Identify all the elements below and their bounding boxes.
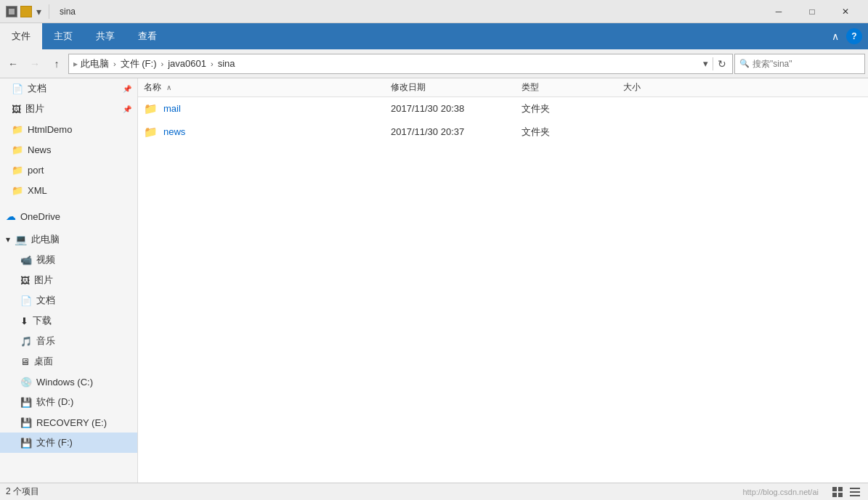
address-sep — [713, 57, 713, 70]
pin-icon-documents: 📌 — [123, 85, 131, 93]
sidebar-item-xml[interactable]: 📁 XML — [0, 180, 137, 200]
svg-rect-0 — [832, 487, 837, 491]
svg-rect-1 — [838, 487, 843, 491]
search-icon: 🔍 — [739, 59, 750, 68]
sidebar-item-news[interactable]: 📁 News — [0, 139, 137, 160]
list-view-icon — [850, 487, 860, 497]
ribbon: 文件 主页 共享 查看 ∧ ? — [0, 23, 868, 49]
sidebar-label-xml: XML — [28, 185, 47, 196]
sidebar-label-downloads: 下载 — [33, 314, 52, 327]
column-headers: 名称 ∧ 修改日期 类型 大小 — [138, 78, 868, 97]
file-row-mail[interactable]: 📁 mail 2017/11/30 20:38 文件夹 — [138, 97, 868, 120]
svg-rect-6 — [850, 495, 860, 496]
folder-icon-videos: 📹 — [20, 255, 32, 266]
folder-icon-news-file: 📁 — [144, 126, 158, 139]
ribbon-tab-home[interactable]: 主页 — [42, 23, 84, 49]
address-dropdown-btn[interactable]: ▾ — [702, 58, 710, 69]
folder-icon-downloads: ⬇ — [20, 316, 28, 327]
sidebar-item-pictures[interactable]: 🖼 图片 📌 — [0, 99, 137, 119]
save-icon[interactable] — [20, 6, 32, 17]
sidebar-label-drive-d: 软件 (D:) — [36, 396, 73, 409]
pin-icon-pictures: 📌 — [123, 105, 131, 113]
ribbon-collapse-btn[interactable]: ∧ — [827, 28, 843, 44]
breadcrumb-part-sina[interactable]: sina — [218, 58, 235, 69]
search-input[interactable] — [753, 59, 861, 69]
folder-icon-htmldemo: 📁 — [12, 124, 23, 135]
search-box: 🔍 — [734, 54, 865, 74]
svg-rect-2 — [832, 493, 837, 497]
sidebar-label-drive-e: RECOVERY (E:) — [36, 417, 107, 428]
sidebar-label-documents: 文档 — [28, 82, 46, 95]
breadcrumb-part-java[interactable]: java0601 — [168, 58, 206, 69]
col-type-header[interactable]: 类型 — [522, 81, 623, 94]
sidebar-label-videos: 视频 — [36, 253, 55, 266]
title-bar: ▾ sina ─ □ ✕ — [0, 0, 868, 23]
up-button[interactable]: ↑ — [46, 54, 67, 74]
sidebar-label-onedrive: OneDrive — [20, 211, 60, 222]
breadcrumb-part-thispc[interactable]: 此电脑 — [81, 57, 109, 70]
folder-icon-port: 📁 — [12, 165, 23, 176]
drive-icon-e: 💾 — [20, 417, 32, 428]
sidebar-item-documents2[interactable]: 📄 文档 — [0, 290, 137, 311]
breadcrumb-arrow-icon: ▸ — [73, 59, 78, 69]
file-row-news[interactable]: 📁 news 2017/11/30 20:37 文件夹 — [138, 120, 868, 144]
address-bar[interactable]: ▸ 此电脑 › 文件 (F:) › java0601 › sina ▾ ↻ — [68, 54, 733, 74]
status-count: 2 个项目 — [6, 485, 39, 498]
minimize-button[interactable]: ─ — [762, 0, 795, 23]
separator — [49, 4, 49, 19]
sidebar-label-drive-f: 文件 (F:) — [36, 436, 73, 449]
sidebar-label-music: 音乐 — [36, 335, 55, 348]
folder-icon-pictures: 🖼 — [12, 104, 21, 115]
col-date-header[interactable]: 修改日期 — [391, 81, 522, 94]
sidebar-item-music[interactable]: 🎵 音乐 — [0, 331, 137, 351]
back-button[interactable]: ← — [3, 54, 23, 74]
sidebar-item-drive-d[interactable]: 💾 软件 (D:) — [0, 392, 137, 412]
sidebar: 📄 文档 📌 🖼 图片 📌 📁 HtmlDemo 📁 News 📁 port 📁… — [0, 78, 138, 483]
onedrive-icon: ☁ — [6, 210, 16, 222]
status-bar: 2 个项目 http://blog.csdn.net/ai — [0, 483, 868, 500]
close-button[interactable]: ✕ — [829, 0, 862, 23]
folder-icon-mail: 📁 — [144, 102, 158, 115]
view-large-icon-btn[interactable] — [830, 485, 845, 499]
maximize-button[interactable]: □ — [795, 0, 829, 23]
svg-rect-4 — [850, 488, 860, 489]
view-list-icon-btn[interactable] — [848, 485, 862, 499]
sidebar-item-documents[interactable]: 📄 文档 📌 — [0, 78, 137, 99]
sidebar-item-htmldemo[interactable]: 📁 HtmlDemo — [0, 119, 137, 139]
breadcrumb-part-drive[interactable]: 文件 (F:) — [121, 57, 157, 70]
folder-icon-documents2: 📄 — [20, 295, 32, 306]
file-type-news: 文件夹 — [522, 126, 623, 139]
sidebar-item-drive-c[interactable]: 💿 Windows (C:) — [0, 372, 137, 392]
col-size-header[interactable]: 大小 — [623, 81, 710, 94]
sidebar-item-videos[interactable]: 📹 视频 — [0, 250, 137, 270]
breadcrumb-sep-1: › — [113, 60, 116, 68]
sidebar-item-thispc[interactable]: ▾ 💻 此电脑 — [0, 229, 137, 250]
ribbon-tab-share[interactable]: 共享 — [84, 23, 126, 49]
sidebar-item-downloads[interactable]: ⬇ 下载 — [0, 311, 137, 331]
ribbon-tab-file[interactable]: 文件 — [0, 23, 42, 49]
sidebar-item-pictures2[interactable]: 🖼 图片 — [0, 270, 137, 290]
sidebar-item-drive-e[interactable]: 💾 RECOVERY (E:) — [0, 412, 137, 433]
dropdown-arrow-icon[interactable]: ▾ — [36, 6, 41, 17]
sidebar-label-pictures2: 图片 — [34, 274, 53, 287]
folder-icon-news: 📁 — [12, 144, 23, 155]
folder-icon-pictures2: 🖼 — [20, 275, 30, 286]
ribbon-tab-view[interactable]: 查看 — [126, 23, 169, 49]
sidebar-item-desktop[interactable]: 🖥 桌面 — [0, 351, 137, 372]
expand-icon-thispc: ▾ — [6, 234, 10, 245]
sidebar-item-drive-f[interactable]: 💾 文件 (F:) — [0, 433, 137, 453]
sidebar-item-port[interactable]: 📁 port — [0, 160, 137, 180]
col-name-header[interactable]: 名称 ∧ — [144, 81, 391, 94]
file-type-mail: 文件夹 — [522, 102, 623, 115]
breadcrumb-sep-2: › — [161, 60, 164, 68]
forward-button[interactable]: → — [25, 54, 45, 74]
help-button[interactable]: ? — [846, 28, 862, 44]
quick-access-icon — [6, 6, 17, 17]
sidebar-item-onedrive[interactable]: ☁ OneDrive — [0, 206, 137, 226]
drive-icon-f: 💾 — [20, 438, 32, 448]
folder-icon-desktop: 🖥 — [20, 356, 30, 367]
folder-icon-music: 🎵 — [20, 336, 32, 347]
refresh-button[interactable]: ↻ — [716, 58, 728, 70]
file-name-mail: mail — [163, 103, 181, 114]
svg-rect-3 — [838, 493, 843, 497]
